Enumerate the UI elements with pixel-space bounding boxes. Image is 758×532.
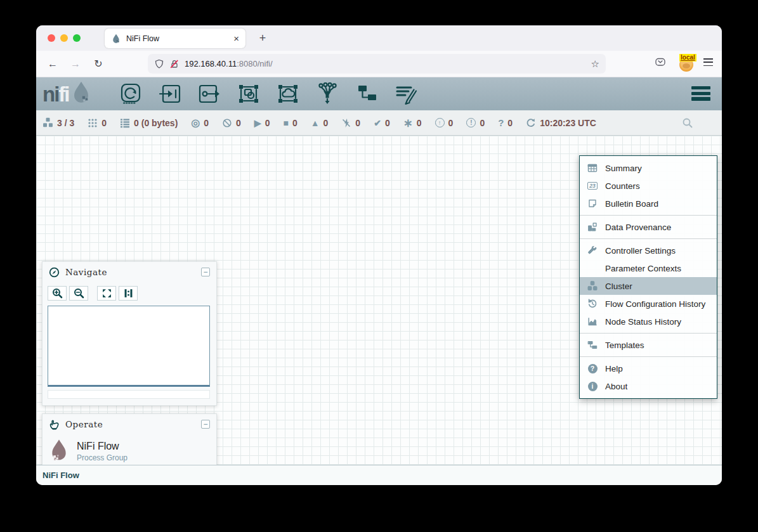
menu-item-label: Cluster <box>605 282 632 291</box>
process-group-component[interactable] <box>237 82 261 106</box>
url-text[interactable]: 192.168.40.11:8080/nifi/ <box>185 59 273 68</box>
status-stale: ↑ 0 <box>435 118 454 128</box>
help-icon: ? <box>580 364 605 373</box>
breadcrumb[interactable]: NiFi Flow <box>42 470 79 480</box>
menu-item-summary[interactable]: Summary <box>580 159 717 177</box>
menu-item-label: Templates <box>605 341 644 350</box>
remote-process-group-component[interactable] <box>276 82 300 106</box>
search-icon[interactable] <box>682 117 693 129</box>
template-component[interactable] <box>355 82 379 106</box>
panel-title: Navigate <box>65 267 195 277</box>
nifi-logo: ni fi <box>42 81 92 107</box>
menu-item-label: Summary <box>605 164 642 173</box>
menu-item-flow-configuration-history[interactable]: Flow Configuration History <box>580 295 717 313</box>
reload-button[interactable]: ↻ <box>91 56 106 72</box>
status-sync-failure: ? 0 <box>498 118 513 128</box>
menu-divider <box>580 238 717 239</box>
status-count: 0 <box>101 118 107 128</box>
label-component[interactable] <box>394 82 418 106</box>
bookmark-star-icon[interactable]: ☆ <box>591 58 599 70</box>
compass-icon <box>49 267 60 278</box>
menu-item-templates[interactable]: Templates <box>580 336 717 354</box>
status-count: 0 <box>417 118 422 128</box>
menu-item-bulletin-board[interactable]: Bulletin Board <box>580 195 717 212</box>
threads-grid-icon <box>88 118 98 128</box>
forward-button[interactable]: → <box>68 56 83 72</box>
selected-component: NiFi Flow Process Group <box>42 434 216 465</box>
status-active-threads: 0 <box>88 118 107 128</box>
last-refresh-time: 10:20:23 UTC <box>540 118 596 128</box>
collapse-operate-button[interactable]: − <box>201 420 210 429</box>
tab-close-icon[interactable]: × <box>233 33 239 44</box>
menu-item-data-provenance[interactable]: Data Provenance <box>580 218 717 236</box>
one-to-one-icon <box>123 288 134 299</box>
back-button[interactable]: ← <box>45 56 60 72</box>
shield-icon[interactable] <box>154 59 164 69</box>
status-count: 0 <box>292 118 297 128</box>
not-transmitting-icon <box>222 118 232 128</box>
processor-component[interactable] <box>119 82 143 106</box>
close-window-button[interactable] <box>48 34 55 42</box>
output-port-icon <box>198 82 221 105</box>
zoom-actual-size-button[interactable] <box>119 286 138 301</box>
profile-avatar[interactable]: local <box>679 56 695 72</box>
menu-item-about[interactable]: i About <box>580 377 717 395</box>
processor-icon <box>119 82 142 105</box>
template-icon <box>355 82 378 105</box>
zoom-out-icon <box>74 288 84 299</box>
menu-item-counters[interactable]: 23 Counters <box>580 177 717 195</box>
menu-divider <box>580 356 717 357</box>
history-icon <box>580 299 605 309</box>
menu-item-controller-settings[interactable]: Controller Settings <box>580 242 717 259</box>
minimize-window-button[interactable] <box>60 34 68 42</box>
menu-item-label: About <box>605 382 627 391</box>
menu-item-cluster[interactable]: Cluster <box>580 277 717 295</box>
input-port-component[interactable] <box>158 82 182 106</box>
collapse-navigate-button[interactable]: − <box>201 268 210 276</box>
zoom-out-button[interactable] <box>69 286 88 301</box>
pocket-icon[interactable] <box>655 57 666 67</box>
birdseye-minimap[interactable] <box>48 306 210 387</box>
status-refresh[interactable]: 10:20:23 UTC <box>526 118 596 128</box>
data-provenance-icon <box>580 222 605 232</box>
queued-list-icon <box>120 118 130 128</box>
maximize-window-button[interactable] <box>73 34 81 42</box>
global-menu-button[interactable] <box>691 86 710 101</box>
question-icon: ? <box>498 118 504 127</box>
refresh-icon[interactable] <box>526 118 536 128</box>
counters-icon: 23 <box>580 182 605 190</box>
minimap-scroll-strip[interactable] <box>48 390 210 399</box>
help-question-glyph: ? <box>588 364 598 373</box>
navigate-header: Navigate − <box>42 262 216 282</box>
menu-item-parameter-contexts[interactable]: Parameter Contexts <box>580 259 717 277</box>
status-not-transmitting: 0 <box>222 118 241 128</box>
zoom-in-button[interactable] <box>48 286 67 301</box>
insecure-lock-icon[interactable] <box>169 59 180 69</box>
menu-item-label: Flow Configuration History <box>605 299 705 309</box>
status-count: 0 <box>265 118 270 128</box>
about-icon: i <box>580 382 605 391</box>
menu-item-label: Counters <box>605 181 640 191</box>
flow-status-bar: 3 / 3 0 0 (0 bytes) ◎ 0 <box>36 110 722 136</box>
menu-item-node-status-history[interactable]: Node Status History <box>580 313 717 330</box>
zoom-in-icon <box>52 288 63 299</box>
browser-menu-button[interactable] <box>703 58 713 66</box>
browser-window: NiFi Flow × + ← → ↻ 192.168.40.11:8080/n… <box>36 25 722 485</box>
browser-tab[interactable]: NiFi Flow × <box>105 29 245 48</box>
hand-pointer-icon <box>49 419 60 430</box>
bulletin-board-icon <box>580 198 605 209</box>
label-icon <box>395 82 417 105</box>
funnel-component[interactable] <box>315 82 339 106</box>
new-tab-button[interactable]: + <box>254 30 271 46</box>
menu-item-help[interactable]: ? Help <box>580 360 717 377</box>
stopped-icon: ■ <box>283 119 288 127</box>
url-bar[interactable]: 192.168.40.11:8080/nifi/ ☆ <box>148 54 606 74</box>
menu-item-label: Help <box>605 364 623 373</box>
zoom-fit-button[interactable] <box>97 286 116 301</box>
output-port-component[interactable] <box>197 82 221 106</box>
navigate-panel: Navigate − <box>42 261 217 406</box>
cluster-icon <box>42 117 53 128</box>
screenshot-stage: NiFi Flow × + ← → ↻ 192.168.40.11:8080/n… <box>0 0 758 532</box>
url-host: 192.168.40.11 <box>185 59 237 68</box>
global-menu: Summary 23 Counters Bulletin Board <box>579 155 717 399</box>
